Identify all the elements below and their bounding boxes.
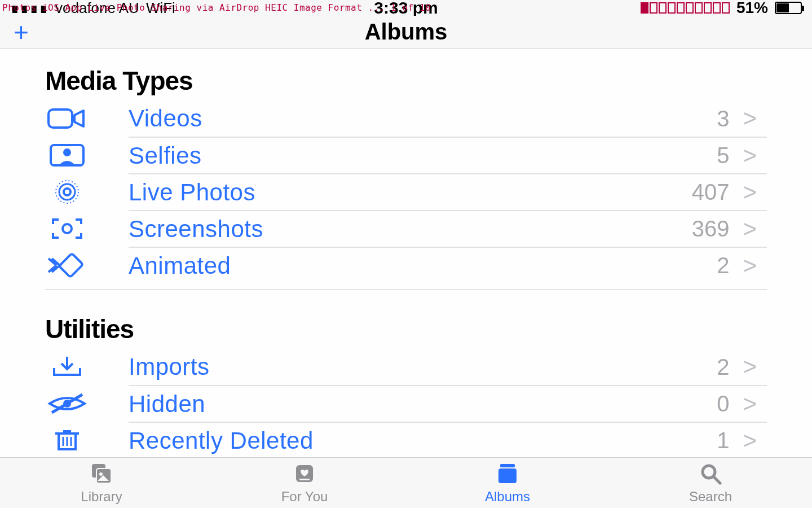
svg-point-6 xyxy=(63,224,72,233)
add-album-button[interactable]: + xyxy=(14,19,29,45)
screenshots-icon xyxy=(45,216,129,241)
list-row-screenshots[interactable]: Screenshots369> xyxy=(45,211,767,247)
row-count: 2 xyxy=(717,253,729,278)
row-label: Screenshots xyxy=(129,216,692,243)
list-row-animated[interactable]: Animated2> xyxy=(45,247,767,283)
livephotos-icon xyxy=(45,179,129,204)
tab-label: Albums xyxy=(485,489,530,505)
tab-foryou[interactable]: For You xyxy=(203,458,406,508)
row-count: 0 xyxy=(717,391,729,417)
row-count: 2 xyxy=(717,354,729,380)
section-title: Utilities xyxy=(45,314,767,344)
row-label: Videos xyxy=(129,105,717,132)
svg-rect-0 xyxy=(48,110,72,128)
list-row-hidden[interactable]: Hidden0> xyxy=(45,386,767,422)
albums-icon xyxy=(496,462,519,488)
svg-point-4 xyxy=(59,184,75,200)
chevron-right-icon: > xyxy=(743,142,757,169)
video-icon xyxy=(45,106,129,131)
recentlydeleted-icon xyxy=(45,428,129,453)
imports-icon xyxy=(45,354,129,379)
hidden-icon xyxy=(45,391,129,416)
tab-albums[interactable]: Albums xyxy=(406,458,609,508)
list-row-imports[interactable]: Imports2> xyxy=(45,349,767,385)
row-label: Imports xyxy=(129,353,717,380)
section-title: Media Types xyxy=(45,65,767,96)
battery-icon xyxy=(775,2,802,14)
chevron-right-icon: > xyxy=(743,105,757,132)
row-label: Live Photos xyxy=(129,179,692,206)
chevron-right-icon: > xyxy=(743,353,757,380)
row-label: Selfies xyxy=(129,142,717,169)
row-count: 1 xyxy=(717,428,729,453)
svg-point-3 xyxy=(64,189,70,195)
tab-search[interactable]: Search xyxy=(609,458,812,508)
svg-point-2 xyxy=(63,148,71,156)
row-count: 369 xyxy=(692,216,730,242)
list-row-live-photos[interactable]: Live Photos407> xyxy=(45,174,767,210)
animated-icon xyxy=(45,253,129,278)
svg-line-21 xyxy=(713,476,720,483)
chevron-right-icon: > xyxy=(743,252,757,279)
library-icon xyxy=(90,462,113,488)
row-count: 3 xyxy=(717,106,729,132)
svg-rect-19 xyxy=(498,468,517,483)
battery-segment-icon xyxy=(641,2,730,14)
row-count: 407 xyxy=(692,179,730,205)
row-label: Animated xyxy=(129,252,717,279)
foryou-icon xyxy=(293,462,316,488)
tab-label: For You xyxy=(281,489,328,505)
tab-label: Library xyxy=(81,489,122,505)
chevron-right-icon: > xyxy=(743,427,757,454)
svg-rect-7 xyxy=(59,253,83,277)
list-row-selfies[interactable]: Selfies5> xyxy=(45,137,767,173)
tab-library[interactable]: Library xyxy=(0,458,203,508)
tab-bar: LibraryFor YouAlbumsSearch xyxy=(0,457,812,508)
svg-rect-18 xyxy=(500,464,515,467)
svg-point-15 xyxy=(99,472,103,476)
row-count: 5 xyxy=(717,143,729,168)
chevron-right-icon: > xyxy=(743,179,757,206)
svg-rect-17 xyxy=(299,479,310,480)
nav-title: Albums xyxy=(365,19,448,45)
chevron-right-icon: > xyxy=(743,391,757,418)
selfies-icon xyxy=(45,143,129,168)
row-label: Recently Deleted xyxy=(129,427,717,454)
debug-overlay-text: Photos iOS App Live Photo Sharing via Ai… xyxy=(2,2,431,13)
battery-percent: 51% xyxy=(736,0,768,17)
list-row-recently-deleted[interactable]: Recently Deleted1> xyxy=(45,422,767,457)
list-row-videos[interactable]: Videos3> xyxy=(45,100,767,137)
tab-label: Search xyxy=(689,489,732,505)
search-icon xyxy=(699,462,722,488)
nav-bar: + Albums xyxy=(0,16,812,49)
chevron-right-icon: > xyxy=(743,216,757,243)
row-label: Hidden xyxy=(129,391,717,418)
